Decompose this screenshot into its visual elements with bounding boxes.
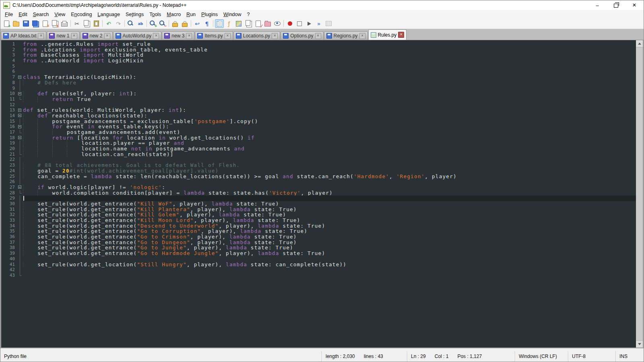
menu-file[interactable]: File: [2, 11, 16, 18]
scrollbar-thumb[interactable]: [636, 47, 643, 341]
document-map-icon[interactable]: [234, 19, 243, 28]
tab-new-3[interactable]: new 3×: [162, 31, 194, 40]
code-line: 2from .Locations import exclusion_table,…: [1, 47, 636, 53]
tab-close-icon[interactable]: ×: [153, 33, 159, 39]
zoom-in-icon[interactable]: +: [149, 19, 157, 28]
token-p: ):: [179, 107, 186, 113]
fold-collapse-icon[interactable]: [17, 91, 23, 97]
macro-stop-shape: [297, 21, 302, 26]
paste-icon[interactable]: [92, 19, 101, 28]
token-k: int: [169, 107, 179, 113]
tab-items-py[interactable]: Items.py×: [195, 31, 233, 40]
menu-edit[interactable]: Edit: [16, 11, 30, 18]
menu-view[interactable]: View: [52, 11, 68, 18]
status-insert-mode[interactable]: INS: [615, 351, 644, 362]
replace-icon[interactable]: ab: [136, 19, 145, 28]
eol-label: Windows (CR LF): [519, 354, 557, 359]
macro-play-icon[interactable]: [305, 19, 314, 28]
tab-close-icon[interactable]: ×: [225, 33, 231, 39]
show-indent-guide-icon[interactable]: [215, 19, 224, 28]
tab-locations-py[interactable]: Locations.py×: [233, 31, 280, 40]
save-file-icon[interactable]: [21, 19, 30, 28]
menu-run[interactable]: Run: [184, 11, 198, 18]
menu-window[interactable]: Window: [221, 11, 244, 18]
tab-close-icon[interactable]: ×: [359, 33, 365, 39]
document-monitor-icon[interactable]: [273, 19, 282, 28]
find-icon[interactable]: [126, 19, 135, 28]
macro-run-multiple-icon[interactable]: »: [314, 19, 323, 28]
print-icon[interactable]: [60, 19, 69, 28]
tab-new-1[interactable]: new 1×: [47, 31, 79, 40]
close-file-icon[interactable]: ×: [41, 19, 50, 28]
open-folder-icon[interactable]: [12, 19, 21, 28]
cut-icon[interactable]: ✂: [72, 19, 81, 28]
copy-icon[interactable]: [82, 19, 91, 28]
fold-collapse-icon[interactable]: [17, 124, 23, 130]
zoom-out-icon[interactable]: −: [158, 19, 167, 28]
chevron-down-icon: [638, 343, 641, 345]
fold-collapse-icon[interactable]: [17, 185, 23, 190]
redo-icon[interactable]: ↷: [114, 19, 123, 28]
scroll-up-button[interactable]: [636, 40, 643, 47]
tab-close-icon[interactable]: ×: [186, 33, 192, 39]
macro-stop-icon[interactable]: [295, 19, 304, 28]
tab-regions-py[interactable]: Regions.py×: [324, 31, 368, 40]
tab-ap-ideas-txt[interactable]: AP Ideas.txt×: [1, 31, 46, 40]
vertical-scrollbar[interactable]: [636, 40, 643, 348]
tab-close-icon[interactable]: ×: [272, 33, 278, 39]
token-s: 'Hardmode': [354, 173, 389, 179]
word-wrap-icon[interactable]: ↩: [193, 19, 202, 28]
line-number: 18: [1, 135, 17, 141]
tab-autoworld-py[interactable]: AutoWorld.py×: [113, 31, 162, 40]
close-button[interactable]: ×: [625, 0, 644, 10]
save-all-icon[interactable]: [31, 19, 40, 28]
tab-rules-py[interactable]: Rules.py×: [368, 29, 407, 40]
fold-collapse-icon[interactable]: [17, 107, 23, 113]
menu-settings[interactable]: Settings: [123, 11, 147, 18]
chevron-up-icon: [638, 43, 641, 45]
menu-tools[interactable]: Tools: [147, 11, 164, 18]
function-list-icon[interactable]: ƒ: [225, 19, 233, 28]
show-all-characters-icon[interactable]: ¶: [202, 19, 211, 28]
macro-run-multiple-glyph: »: [317, 21, 321, 27]
menu-language[interactable]: Language: [95, 11, 123, 18]
menu-plugins[interactable]: Plugins: [198, 11, 221, 18]
indent-guide: [23, 201, 37, 207]
close-all-icon[interactable]: ×: [50, 19, 59, 28]
menu-search[interactable]: Search: [30, 11, 52, 18]
code-text: set_rule(world.get_entrance("Go to Corru…: [23, 228, 636, 234]
status-eol-format[interactable]: Windows (CR LF): [515, 351, 568, 362]
restore-button[interactable]: [607, 0, 625, 10]
status-encoding[interactable]: UTF-8: [568, 351, 615, 362]
code-line: 15postgame_advancements = exclusion_tabl…: [1, 119, 636, 124]
tab-options-py[interactable]: Options.py×: [281, 31, 323, 40]
indent-guide: [67, 152, 81, 157]
undo-icon[interactable]: ↶: [104, 19, 113, 28]
macro-record-icon[interactable]: [285, 19, 294, 28]
tab-close-icon[interactable]: ×: [104, 33, 110, 39]
menu-?[interactable]: ?: [244, 11, 253, 18]
sync-vertical-scroll-icon[interactable]: [171, 19, 180, 28]
tab-close-icon[interactable]: ×: [71, 33, 77, 39]
macro-save-icon[interactable]: [324, 19, 333, 28]
sync-horizontal-scroll-icon[interactable]: [180, 19, 189, 28]
scroll-down-button[interactable]: [636, 341, 643, 348]
fold-collapse-icon[interactable]: [17, 135, 23, 141]
document-list-icon[interactable]: [244, 19, 253, 28]
folder-as-workspace-icon[interactable]: [263, 19, 272, 28]
code-line: 35set_rule(world.get_entrance("Go to Cor…: [1, 228, 636, 234]
fold-collapse-icon[interactable]: [17, 113, 23, 119]
fold-collapse-icon[interactable]: [17, 74, 23, 80]
tab-close-icon[interactable]: ×: [315, 33, 321, 39]
tab-close-icon[interactable]: ×: [38, 33, 44, 39]
tab-close-icon[interactable]: ×: [398, 32, 404, 38]
menu-encoding[interactable]: Encoding: [68, 11, 95, 18]
close-all-shape: [52, 20, 57, 26]
new-file-icon[interactable]: +: [2, 19, 11, 28]
tab-new-2[interactable]: new 2×: [80, 31, 113, 40]
minimize-button[interactable]: –: [588, 0, 607, 10]
indent-guide: [37, 190, 52, 196]
editor-surface[interactable]: 1from ..generic.Rules import set_rule2fr…: [1, 40, 636, 348]
document-edit-icon[interactable]: ∕: [254, 19, 262, 28]
menu-macro[interactable]: Macro: [164, 11, 184, 18]
